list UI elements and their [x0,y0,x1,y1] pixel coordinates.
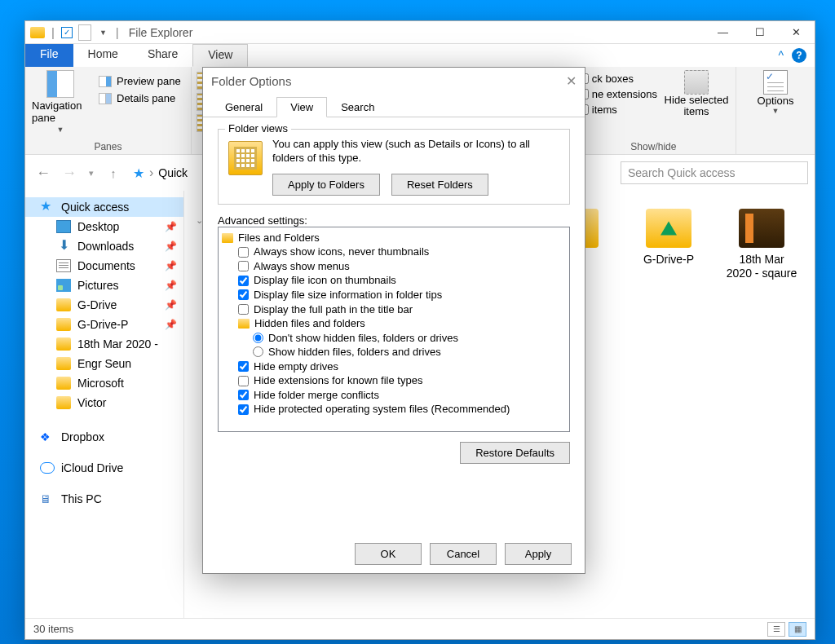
tree-item-label: This PC [61,492,102,505]
dbx-icon: ❖ [40,430,55,443]
folder-icon [739,209,784,248]
tree-item-documents[interactable]: Documents📌 [25,256,183,276]
hidden-items-toggle[interactable]: items [578,103,657,117]
status-bar: 30 items ☰ ▦ [25,618,815,639]
reset-folders-button[interactable]: Reset Folders [391,174,488,196]
history-dropdown[interactable]: ▾ [84,161,99,184]
view-details-button[interactable]: ☰ [767,622,785,637]
apply-to-folders-button[interactable]: Apply to Folders [272,174,380,196]
opt-hide-ext[interactable]: Hide extensions for known file types [220,373,568,388]
hide-selected-icon [684,70,709,95]
pin-icon: 📌 [165,221,177,232]
folder-label: G-Drive-P [643,253,694,267]
folder-item-gdrivep-c[interactable]: G-Drive-P [632,209,705,618]
folder-icon [56,337,71,351]
qat-properties-icon[interactable]: ✓ [61,27,73,38]
advanced-settings-label: Advanced settings: [218,214,570,227]
tree-item-gdrivep[interactable]: G-Drive-P📌 [25,315,183,334]
breadcrumb[interactable]: Quick [158,166,188,179]
folder-icon [238,319,250,329]
tab-view[interactable]: View [276,97,327,117]
details-pane-button[interactable]: Details pane [95,90,184,106]
tree-item-pictures[interactable]: Pictures📌 [25,276,183,295]
tree-item-ms[interactable]: Microsoft [25,373,183,393]
dialog-close-button[interactable]: ✕ [566,73,577,89]
folder-icon [646,209,691,248]
details-pane-icon [99,93,112,104]
tree-item-label: Dropbox [61,430,104,443]
preview-pane-button[interactable]: Preview pane [95,73,184,89]
qat-separator-2: | [114,25,121,39]
tree-item-label: G-Drive-P [77,318,128,331]
navigation-tree[interactable]: ★Quick accessDesktop📌⬇Downloads📌Document… [25,191,184,618]
qat-newfolder-icon[interactable] [79,25,91,40]
tree-item-icloud[interactable]: iCloud Drive [25,458,183,478]
opt-dont-show-hidden[interactable]: Don't show hidden files, folders or driv… [220,331,568,346]
tree-item-downloads[interactable]: ⬇Downloads📌 [25,236,183,256]
opt-show-hidden[interactable]: Show hidden files, folders and drives [220,345,568,359]
navigation-pane-icon [46,70,74,98]
address-bar[interactable]: ★ › Quick [128,161,192,184]
tree-item-victor[interactable]: Victor [25,393,183,412]
tree-item-label: Desktop [77,220,119,233]
download-icon: ⬇ [56,240,71,253]
tab-search[interactable]: Search [327,97,388,117]
desktop-icon [56,220,71,233]
tab-view[interactable]: View [192,44,248,67]
tree-item-desktop[interactable]: Desktop📌 [25,217,183,236]
cancel-button[interactable]: Cancel [430,543,497,565]
options-button[interactable]: Options ▼ [743,70,808,115]
opt-display-path[interactable]: Display the full path in the title bar [220,302,568,317]
forward-button[interactable]: → [58,161,81,184]
folder-icon [56,298,71,311]
opt-hide-merge[interactable]: Hide folder merge conflicts [220,388,568,403]
tree-item-engr[interactable]: Engr Seun [25,354,183,373]
filename-ext-toggle[interactable]: ne extensions [578,87,657,101]
tab-general[interactable]: General [211,97,276,117]
close-button[interactable]: ✕ [778,21,815,44]
opt-hide-empty[interactable]: Hide empty drives [220,359,568,374]
help-icon[interactable]: ? [792,48,806,63]
minimize-button[interactable]: — [705,21,741,44]
ok-button[interactable]: OK [355,543,422,565]
icloud-icon [40,462,55,474]
options-icon [763,70,788,95]
opt-display-thumb[interactable]: Display file icon on thumbnails [220,273,568,288]
opt-always-icons[interactable]: Always show icons, never thumbnails [220,245,568,259]
search-input[interactable]: Search Quick access [621,161,808,184]
tab-home[interactable]: Home [73,44,133,67]
hide-selected-button[interactable]: Hide selected items [664,70,729,118]
tree-item-gdrive[interactable]: G-Drive📌 [25,295,183,315]
view-icons-button[interactable]: ▦ [789,622,806,637]
qat-customize-icon[interactable]: ▼ [97,29,109,37]
apply-button[interactable]: Apply [505,543,572,565]
item-checkboxes-toggle[interactable]: ck boxes [578,72,657,86]
tree-item-dropbox[interactable]: ❖Dropbox [25,427,183,447]
ribbon-collapse-icon[interactable]: ^ [778,49,784,62]
ribbon-tabs: File Home Share View ^ ? [25,44,815,67]
tree-item-mar18[interactable]: 18th Mar 2020 - [25,334,183,354]
tree-item-quick[interactable]: ★Quick access [25,197,183,217]
tree-item-label: Documents [77,259,135,272]
titlebar: | ✓ ▼ | File Explorer — ☐ ✕ [25,21,815,44]
advanced-settings-list[interactable]: Files and Folders Always show icons, nev… [218,227,570,432]
pin-icon: 📌 [165,319,177,330]
quick-access-icon: ★ [133,165,144,181]
folder-item-mar18-c[interactable]: 18th Mar 2020 - sqaure [725,209,798,618]
pc-icon: 🖥 [40,492,55,505]
opt-display-size[interactable]: Display file size information in folder … [220,288,568,302]
tree-item-label: G-Drive [77,298,117,311]
tab-share[interactable]: Share [133,44,192,67]
back-button[interactable]: ← [32,161,55,184]
tree-item-label: Engr Seun [77,357,131,370]
maximize-button[interactable]: ☐ [741,21,778,44]
up-button[interactable]: ↑ [102,161,125,184]
opt-hide-protected[interactable]: Hide protected operating system files (R… [220,402,568,417]
restore-defaults-button[interactable]: Restore Defaults [460,442,570,464]
opt-always-menus[interactable]: Always show menus [220,259,568,274]
tab-file[interactable]: File [25,44,73,67]
folder-icon [222,233,233,243]
tree-item-thispc[interactable]: 🖥This PC [25,489,183,509]
tree-item-label: 18th Mar 2020 - [77,337,158,351]
navigation-pane-button[interactable]: Navigation pane ▼ [32,70,89,134]
